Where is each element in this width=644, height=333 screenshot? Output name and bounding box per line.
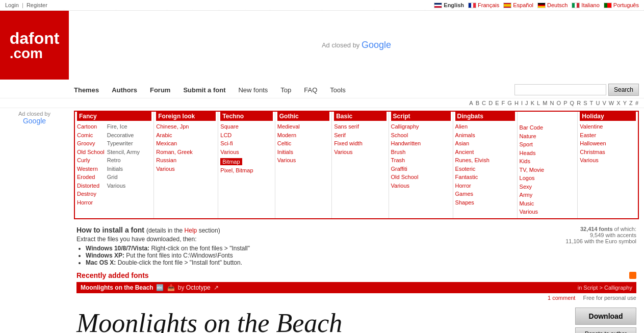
cat-groovy[interactable]: Groovy [77, 139, 105, 148]
font-name-link[interactable]: Moonlights on the Beach [81, 284, 153, 291]
cat-script-header[interactable]: Script [391, 112, 451, 121]
cat-celtic[interactable]: Celtic [277, 139, 329, 148]
cat-western[interactable]: Western [77, 165, 105, 173]
cat-basic-header[interactable]: Basic [334, 112, 386, 121]
font-comment-link[interactable]: 1 comment [548, 295, 575, 301]
cat-medieval[interactable]: Medieval [277, 122, 329, 131]
alpha-y[interactable]: Y [623, 100, 627, 106]
cat-army[interactable]: Army [520, 191, 576, 199]
font-author-link[interactable]: Octotype [186, 284, 211, 291]
cat-chinese[interactable]: Chinese, Jpn [156, 122, 216, 131]
cat-kids[interactable]: Kids [520, 157, 576, 166]
cat-misc-various[interactable]: Various [520, 208, 576, 216]
cat-roman[interactable]: Roman, Greek [156, 148, 216, 157]
alpha-s[interactable]: S [583, 100, 587, 106]
cat-distorted[interactable]: Distorted [77, 182, 105, 190]
alpha-f[interactable]: F [502, 100, 505, 106]
cat-trash[interactable]: Trash [391, 156, 451, 165]
alpha-n[interactable]: N [550, 100, 554, 106]
cat-brush[interactable]: Brush [391, 148, 451, 157]
cat-fixedwidth[interactable]: Fixed width [334, 139, 386, 148]
cat-comic[interactable]: Comic [77, 131, 105, 140]
cat-foreign-header[interactable]: Foreign look [156, 112, 216, 121]
alpha-p[interactable]: P [563, 100, 567, 106]
cat-school[interactable]: School [391, 131, 451, 140]
alpha-#[interactable]: # [635, 100, 638, 106]
register-link[interactable]: Register [27, 2, 47, 8]
alpha-l[interactable]: L [537, 100, 540, 106]
howto-help-link[interactable]: Help [185, 227, 197, 234]
cat-dingbats-header[interactable]: Dingbats [455, 112, 515, 121]
font-author-icon[interactable]: ↗ [214, 284, 219, 291]
cat-mexican[interactable]: Mexican [156, 139, 216, 148]
rss-icon[interactable] [629, 272, 636, 279]
cat-arabic[interactable]: Arabic [156, 131, 216, 140]
cat-nature[interactable]: Nature [520, 132, 576, 141]
cat-lcd[interactable]: LCD [220, 131, 272, 140]
cat-scifi[interactable]: Sci-fi [220, 139, 272, 148]
cat-basic-various[interactable]: Various [334, 148, 386, 157]
cat-barcode[interactable]: Bar Code [520, 123, 576, 132]
cat-holiday-various[interactable]: Various [580, 156, 636, 165]
lang-pt[interactable]: Português [604, 2, 639, 8]
cat-valentine[interactable]: Valentine [580, 122, 636, 131]
cat-russian[interactable]: Russian [156, 156, 216, 165]
cat-techno-header[interactable]: Techno [220, 112, 272, 121]
alpha-b[interactable]: B [476, 100, 479, 106]
cat-easter[interactable]: Easter [580, 131, 636, 140]
lang-de[interactable]: Deutsch [537, 2, 568, 8]
alpha-r[interactable]: R [577, 100, 581, 106]
alpha-k[interactable]: K [531, 100, 534, 106]
alpha-w[interactable]: W [609, 100, 614, 106]
cat-music[interactable]: Music [520, 199, 576, 208]
nav-tools[interactable]: Tools [330, 86, 345, 94]
nav-authors[interactable]: Authors [112, 86, 137, 94]
font-icon2[interactable]: 📥 [167, 284, 175, 291]
cat-animals[interactable]: Animals [455, 131, 515, 140]
alpha-e[interactable]: E [495, 100, 499, 106]
cat-modern[interactable]: Modern [277, 131, 329, 140]
logo[interactable]: dafont .com [0, 11, 69, 80]
lang-fr[interactable]: Français [468, 2, 499, 8]
alpha-h[interactable]: H [514, 100, 519, 106]
cat-horror[interactable]: Horror [77, 198, 105, 207]
cat-calligraphy[interactable]: Calligraphy [391, 122, 451, 131]
lang-it[interactable]: Italiano [572, 2, 599, 8]
cat-pixel[interactable]: Pixel, Bitmap [220, 166, 272, 175]
cat-script-oldschool[interactable]: Old School [391, 173, 451, 182]
cat-ancient[interactable]: Ancient [455, 148, 515, 157]
cat-christmas[interactable]: Christmas [580, 148, 636, 157]
cat-gothic-initials[interactable]: Initials [277, 148, 329, 157]
cat-tvmovie[interactable]: TV, Movie [520, 166, 576, 174]
cat-foreign-various[interactable]: Various [156, 165, 216, 173]
cat-fancy-header[interactable]: Fancy [77, 112, 151, 121]
cat-asian[interactable]: Asian [455, 139, 515, 148]
alpha-v[interactable]: V [602, 100, 606, 106]
lang-de-link[interactable]: Deutsch [547, 2, 568, 8]
cat-fantastic[interactable]: Fantastic [455, 173, 515, 182]
alpha-z[interactable]: Z [629, 100, 633, 106]
cat-shapes[interactable]: Shapes [455, 198, 515, 207]
donate-button[interactable]: Donate to author [575, 327, 636, 334]
download-button[interactable]: Download [575, 308, 636, 325]
cat-eroded[interactable]: Eroded [77, 173, 105, 182]
nav-themes[interactable]: Themes [74, 86, 99, 94]
alpha-d[interactable]: D [488, 100, 493, 106]
lang-fr-link[interactable]: Français [478, 2, 499, 8]
alpha-t[interactable]: T [590, 100, 594, 106]
cat-alien[interactable]: Alien [455, 122, 515, 131]
cat-sport[interactable]: Sport [520, 140, 576, 149]
cat-gothic-header[interactable]: Gothic [277, 112, 329, 121]
nav-newfonts[interactable]: New fonts [238, 86, 268, 94]
font-icon1[interactable]: 🔤 [156, 284, 164, 291]
cat-heads[interactable]: Heads [520, 149, 576, 158]
lang-it-link[interactable]: Italiano [581, 2, 599, 8]
alpha-j[interactable]: J [525, 100, 528, 106]
alpha-g[interactable]: G [507, 100, 512, 106]
nav-forum[interactable]: Forum [150, 86, 170, 94]
alpha-u[interactable]: U [596, 100, 600, 106]
cat-holiday-header[interactable]: Holiday [580, 112, 636, 121]
cat-sexy[interactable]: Sexy [520, 183, 576, 191]
cat-gothic-various[interactable]: Various [277, 156, 329, 165]
alpha-c[interactable]: C [482, 100, 486, 106]
